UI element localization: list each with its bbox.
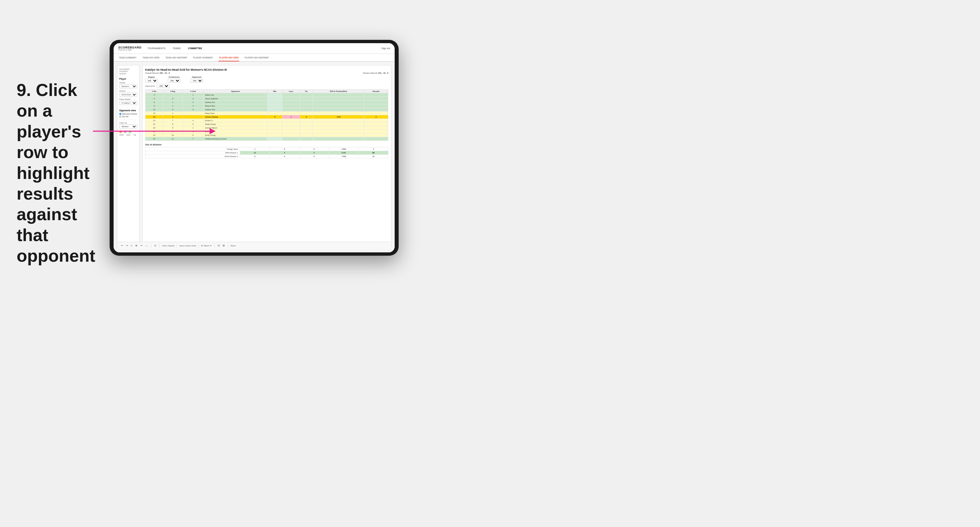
- table-header-row: # Div # Reg # Conf Opponent Win Loss Tie…: [145, 90, 388, 93]
- opponents-row: Opponents: (All): [145, 84, 388, 88]
- toolbar-sep: [151, 244, 151, 248]
- opponent-select[interactable]: (All): [190, 79, 203, 83]
- logo-subtitle: Powered by clippd: [118, 49, 142, 51]
- tablet-screen: SCOREBOARD Powered by clippd TOURNAMENTS…: [114, 43, 395, 252]
- nav-logo: SCOREBOARD Powered by clippd: [118, 46, 142, 51]
- gender-select[interactable]: Women's: [119, 84, 137, 88]
- col-diff: Diff Av Strokes/Rnd: [313, 90, 364, 93]
- sidebar: Last Updated: 27/03/2024 16:55:38 Player…: [117, 65, 140, 249]
- opponents-label: Opponents:: [145, 85, 156, 87]
- player-section-title: Player: [119, 78, 137, 80]
- subnav-team-h2h-grid[interactable]: TEAM H2H GRID: [142, 54, 160, 62]
- col-win: Win: [267, 90, 282, 93]
- region-label: Region: [145, 76, 158, 78]
- opponent-filter: Opponent (All): [190, 76, 203, 83]
- grid2-button[interactable]: ⊞: [222, 244, 226, 248]
- table-row[interactable]: 6 1 3 Sydney Kuo: [145, 101, 388, 104]
- table-row[interactable]: 13 1 Heeju Hyun: [145, 111, 388, 115]
- tablet-frame: SCOREBOARD Powered by clippd TOURNAMENTS…: [110, 40, 399, 256]
- nav-teams[interactable]: TEAMS: [172, 47, 181, 49]
- add-button[interactable]: ⊕: [135, 244, 138, 248]
- sign-out-link[interactable]: Sign out: [381, 47, 390, 49]
- division-label: Division: [119, 90, 137, 92]
- radio-top100[interactable]: Top 100: [119, 116, 137, 117]
- nav-bar: SCOREBOARD Powered by clippd TOURNAMENTS…: [114, 43, 395, 54]
- division-select[interactable]: NCAA Division III: [119, 93, 137, 97]
- nav-links: TOURNAMENTS TEAMS COMMITTEE: [147, 47, 379, 49]
- grid1-button[interactable]: ⊡: [217, 244, 221, 248]
- colour-by-label: Colour by: [119, 122, 137, 124]
- out-div-row[interactable]: NAIA Division 1 15 0 0 9.267 30: [145, 151, 388, 155]
- last-updated: Last Updated: 27/03/2024 16:55:38: [119, 68, 137, 75]
- table-row[interactable]: 5 2 2 Alexis Sudjianto: [145, 97, 388, 101]
- out-div-row[interactable]: NCAA Division 2 5 0 0 7.400 10: [145, 155, 388, 159]
- radio-group: Opponents Played Top 100: [119, 113, 137, 117]
- nav-committee[interactable]: COMMITTEE: [187, 47, 203, 49]
- col-rounds: Rounds: [364, 90, 388, 93]
- annotation-text: 9. Click on a player's row to highlight …: [17, 80, 93, 266]
- table-row[interactable]: 3 1 Esther Lee: [145, 93, 388, 97]
- bottom-toolbar: ↩ ↪ ⎌ ⊕ ↪ — ⊙ View: Original Save Custom…: [118, 242, 391, 249]
- radio-opponents-played[interactable]: Opponents Played: [119, 113, 137, 115]
- view-original-button[interactable]: View: Original: [162, 245, 174, 247]
- save-custom-view-button[interactable]: Save Custom View: [180, 245, 196, 247]
- col-div: # Div: [145, 90, 163, 93]
- redo2-button[interactable]: ↪: [140, 244, 143, 248]
- pink-arrow: [93, 125, 226, 138]
- col-tie: Tie: [300, 90, 313, 93]
- out-of-division-title: Out of division: [145, 143, 388, 146]
- filters-container: Region (All) Conference (All) Opponent: [145, 76, 388, 83]
- sidebar-separator-2: [119, 119, 137, 120]
- share-button[interactable]: Share: [231, 245, 236, 247]
- conference-filter: Conference (All): [168, 76, 180, 83]
- sidebar-separator-1: [119, 107, 137, 107]
- col-opponent: Opponent: [204, 90, 267, 93]
- nav-divider: |: [379, 47, 379, 49]
- toolbar-sep2: [159, 244, 160, 248]
- refresh-button[interactable]: ⊙: [153, 244, 157, 248]
- sub-nav: TEAM SUMMARY TEAM H2H GRID TEAM H2H HEAT…: [114, 54, 395, 62]
- overall-record: Overall Record: 353 - 34 - 6: [145, 72, 170, 74]
- player-rank-label: Player (Rank): [119, 98, 137, 100]
- records-row: Overall Record: 353 - 34 - 6 Division Re…: [145, 72, 388, 74]
- opponent-label: Opponent: [190, 76, 203, 78]
- dash-button[interactable]: —: [145, 244, 148, 248]
- subnav-player-h2h-heatmap[interactable]: PLAYER H2H HEATMAP: [244, 54, 269, 62]
- toolbar-sep6: [228, 244, 228, 248]
- main-content: Last Updated: 27/03/2024 16:55:38 Player…: [114, 62, 395, 252]
- watch-button[interactable]: 👁 Watch ▼: [201, 245, 212, 247]
- table-row[interactable]: 9 1 4 Sharon Mun: [145, 104, 388, 108]
- col-reg: # Reg: [163, 90, 182, 93]
- h2h-title: Katelyn Vo Head-to-Head Grid for Women's…: [145, 68, 388, 71]
- subnav-team-summary[interactable]: TEAM SUMMARY: [118, 54, 137, 62]
- out-of-division-table: Foreign Team 1 0 0 4.500 2 NAIA Division…: [145, 147, 388, 159]
- table-row-jessica-huang[interactable]: 13 1 Jessica Huang 0 1 0 -3.00 2: [145, 115, 388, 119]
- nav-tournaments[interactable]: TOURNAMENTS: [147, 47, 166, 49]
- division-record: Division Record: 331 - 34 - 6: [363, 72, 388, 74]
- reset-button[interactable]: ⎌: [130, 244, 133, 248]
- subnav-player-summary[interactable]: PLAYER SUMMARY: [192, 54, 214, 62]
- toolbar-sep5: [214, 244, 215, 248]
- subnav-player-h2h-grid[interactable]: PLAYER H2H GRID: [219, 54, 240, 62]
- right-content: Katelyn Vo Head-to-Head Grid for Women's…: [142, 65, 391, 249]
- subnav-team-h2h-heatmap[interactable]: TEAM H2H HEATMAP: [165, 54, 188, 62]
- region-select[interactable]: (All): [145, 79, 158, 83]
- table-row[interactable]: 14 7 4 Eunice Yi: [145, 119, 388, 122]
- undo-button[interactable]: ↩: [120, 244, 124, 248]
- region-filter: Region (All): [145, 76, 158, 83]
- gender-label: Gender: [119, 82, 137, 84]
- opponents-filter-select[interactable]: (All): [157, 84, 169, 88]
- conference-select[interactable]: (All): [168, 79, 180, 83]
- col-conf: # Conf: [182, 90, 204, 93]
- out-div-row[interactable]: Foreign Team 1 0 0 4.500 2: [145, 148, 388, 151]
- col-loss: Loss: [282, 90, 300, 93]
- player-select[interactable]: 8. Katelyn Vo: [119, 101, 137, 105]
- conference-label: Conference: [168, 76, 180, 78]
- opponent-view-title: Opponent view: [119, 109, 137, 111]
- redo-button[interactable]: ↪: [125, 244, 129, 248]
- toolbar-sep4: [198, 244, 199, 248]
- table-row[interactable]: 10 6 3 Andrea York: [145, 108, 388, 111]
